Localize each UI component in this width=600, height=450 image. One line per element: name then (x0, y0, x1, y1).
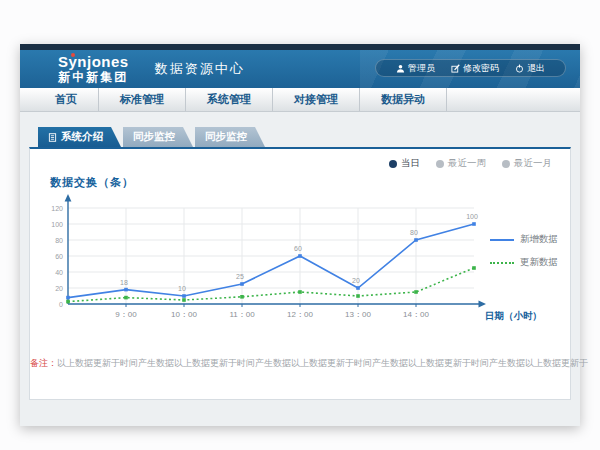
radio-today[interactable]: 当日 (389, 157, 420, 170)
legend-line-dotted (490, 262, 514, 264)
y-axis-title: 数据交换（条） (50, 175, 134, 190)
brand-logo[interactable]: Synjones 新中新集团 (58, 54, 129, 83)
radio-label: 最近一月 (514, 157, 552, 170)
main-nav: 首页 标准管理 系统管理 对接管理 数据异动 (20, 88, 580, 112)
document-icon (48, 133, 57, 142)
svg-text:20: 20 (55, 285, 63, 292)
logout-label: 退出 (527, 62, 545, 75)
svg-text:9：00: 9：00 (115, 310, 137, 319)
svg-text:100: 100 (466, 213, 478, 220)
legend-label: 更新数据 (520, 256, 558, 269)
svg-text:60: 60 (55, 253, 63, 260)
nav-item-interface-mgmt[interactable]: 对接管理 (273, 88, 360, 111)
logout-button[interactable]: 退出 (507, 62, 553, 75)
chart-legend: 新增数据 更新数据 (490, 233, 558, 279)
edit-icon (451, 64, 460, 73)
exchange-chart: 0204060801001209：0010：0011：0012：0013：001… (38, 192, 543, 326)
footnote: 备注：以上数据更新于时间产生数据以上数据更新于时间产生数据以上数据更新于时间产生… (30, 357, 570, 370)
radio-label: 最近一周 (448, 157, 486, 170)
radio-dot (389, 160, 397, 168)
tab-system-intro[interactable]: 系统介绍 (38, 127, 121, 147)
user-menu-admin[interactable]: 管理员 (388, 62, 443, 75)
tab-sync-monitor-2[interactable]: 同步监控 (195, 127, 265, 147)
svg-text:80: 80 (410, 229, 418, 236)
nav-item-standard-mgmt[interactable]: 标准管理 (99, 88, 186, 111)
legend-item-new-data: 新增数据 (490, 233, 558, 246)
nav-item-home[interactable]: 首页 (34, 88, 99, 111)
legend-item-updated-data: 更新数据 (490, 256, 558, 269)
change-password-label: 修改密码 (463, 62, 499, 75)
svg-text:25: 25 (236, 273, 244, 280)
person-icon (396, 64, 405, 73)
nav-item-system-mgmt[interactable]: 系统管理 (186, 88, 273, 111)
radio-dot (436, 160, 444, 168)
legend-label: 新增数据 (520, 233, 558, 246)
svg-text:120: 120 (51, 205, 63, 212)
svg-text:80: 80 (55, 237, 63, 244)
app-window: Synjones 新中新集团 数据资源中心 管理员 修改密码 退出 首页 标准管… (20, 44, 580, 426)
footnote-text: 以上数据更新于时间产生数据以上数据更新于时间产生数据以上数据更新于时间产生数据以… (57, 358, 588, 368)
footnote-prefix: 备注： (30, 358, 57, 368)
change-password-button[interactable]: 修改密码 (443, 62, 507, 75)
svg-text:100: 100 (51, 221, 63, 228)
radio-last-month[interactable]: 最近一月 (502, 157, 552, 170)
user-menu: 管理员 修改密码 退出 (375, 59, 566, 77)
tab-label: 同步监控 (205, 130, 247, 144)
nav-item-data-changes[interactable]: 数据异动 (360, 88, 447, 111)
svg-text:12：00: 12：00 (287, 310, 313, 319)
svg-text:60: 60 (294, 245, 302, 252)
app-title: 数据资源中心 (155, 60, 245, 78)
svg-text:0: 0 (59, 301, 63, 308)
content-panel: 当日 最近一周 最近一月 数据交换（条） 0204060801001209：00… (29, 147, 571, 400)
svg-text:11：00: 11：00 (229, 310, 255, 319)
time-range-filter: 当日 最近一周 最近一月 (389, 157, 552, 170)
chart-area: 0204060801001209：0010：0011：0012：0013：001… (38, 192, 543, 326)
svg-text:10: 10 (178, 285, 186, 292)
tab-label: 系统介绍 (61, 130, 103, 144)
tab-label: 同步监控 (133, 130, 175, 144)
legend-line-solid (490, 239, 514, 241)
app-header: Synjones 新中新集团 数据资源中心 管理员 修改密码 退出 (20, 50, 580, 88)
tab-sync-monitor-1[interactable]: 同步监控 (123, 127, 193, 147)
tab-bar: 系统介绍 同步监控 同步监控 (38, 127, 580, 147)
svg-text:10：00: 10：00 (171, 310, 197, 319)
radio-last-week[interactable]: 最近一周 (436, 157, 486, 170)
svg-text:日期（小时）: 日期（小时） (485, 310, 542, 322)
radio-dot (502, 160, 510, 168)
svg-text:18: 18 (120, 279, 128, 286)
svg-text:40: 40 (55, 269, 63, 276)
brand-logo-text: Synjones (58, 54, 129, 70)
radio-label: 当日 (401, 157, 420, 170)
power-icon (515, 64, 524, 73)
user-menu-admin-label: 管理员 (408, 62, 435, 75)
svg-text:20: 20 (352, 277, 360, 284)
svg-text:13：00: 13：00 (345, 310, 371, 319)
brand-logo-subtext: 新中新集团 (58, 71, 129, 84)
svg-text:14：00: 14：00 (403, 310, 429, 319)
